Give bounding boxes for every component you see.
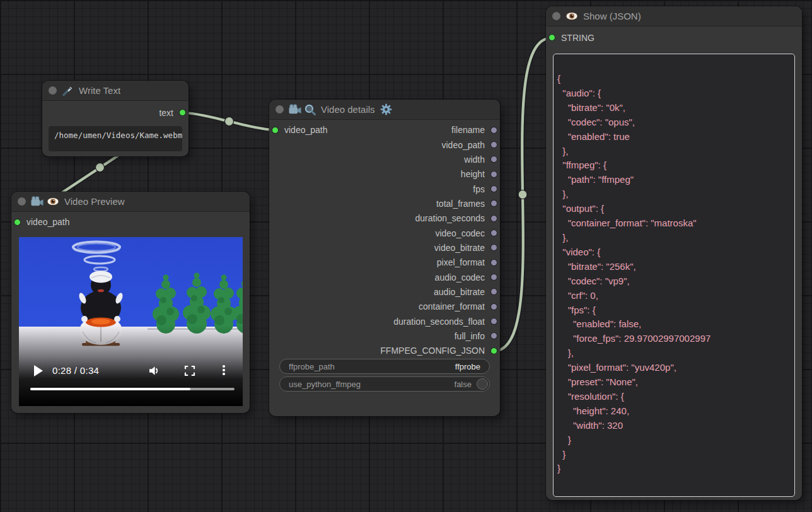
output-slot-height[interactable]: height xyxy=(269,167,497,182)
input-label: video_path xyxy=(26,217,70,227)
node-header[interactable]: Video Preview xyxy=(11,192,250,212)
node-header[interactable]: Show (JSON) xyxy=(546,6,802,26)
use-python-ffmpeg-toggle[interactable]: use_python_ffmpeg false xyxy=(279,376,490,392)
output-port[interactable] xyxy=(490,259,497,266)
output-port[interactable] xyxy=(490,303,497,310)
ffprobe-path-widget[interactable]: ffprobe_path ffprobe xyxy=(279,359,490,374)
output-port[interactable] xyxy=(490,230,497,236)
output-label: text xyxy=(159,108,173,118)
seek-bar[interactable] xyxy=(30,388,235,390)
input-slot-string[interactable]: STRING xyxy=(548,30,600,45)
output-port[interactable] xyxy=(490,288,497,295)
output-slot-filename[interactable]: filename xyxy=(269,123,497,137)
eye-icon xyxy=(566,11,578,21)
output-slot-container-format[interactable]: container_format xyxy=(269,300,497,314)
output-slot-list: filename video_path width height fps tot… xyxy=(269,123,497,359)
output-slot-width[interactable]: width xyxy=(269,152,497,166)
input-port-video-path[interactable] xyxy=(14,219,21,226)
collapse-dot[interactable] xyxy=(552,12,560,20)
output-port[interactable] xyxy=(490,318,497,325)
output-slot-video-codec[interactable]: video_codec xyxy=(269,226,497,240)
output-port[interactable] xyxy=(490,200,497,207)
video-controls-gradient xyxy=(19,237,243,406)
output-port[interactable] xyxy=(490,141,497,148)
node-video-preview[interactable]: Video Preview video_path xyxy=(11,192,250,413)
output-slot-audio-bitrate[interactable]: audio_bitrate xyxy=(269,284,497,299)
output-slot-full-info[interactable]: full_info xyxy=(269,329,497,343)
link-midpoint-dot[interactable] xyxy=(96,163,105,172)
output-port[interactable] xyxy=(490,274,497,281)
node-header[interactable]: Video details xyxy=(269,100,500,120)
movie-camera-icon xyxy=(31,196,44,207)
output-slot-pixel-format[interactable]: pixel_format xyxy=(269,255,497,270)
output-slot-audio-codec[interactable]: audio_codec xyxy=(269,270,497,284)
movie-camera-icon xyxy=(289,104,302,115)
node-show-json[interactable]: Show (JSON) STRING { "audio": { "bitrate… xyxy=(546,6,802,500)
output-slot-duration-seconds-float[interactable]: duration_seconds_float xyxy=(269,314,497,329)
text-value-input[interactable]: /home/umen/Videos/Kame.webm xyxy=(49,126,182,151)
output-slot-video-path[interactable]: video_path xyxy=(269,137,497,152)
json-display[interactable]: { "audio": { "bitrate": "0k", "codec": "… xyxy=(553,54,795,497)
time-display: 0:28 / 0:34 xyxy=(52,365,99,376)
eye-icon xyxy=(47,197,59,206)
input-label: STRING xyxy=(561,33,594,43)
seek-bar-fill xyxy=(30,388,190,390)
collapse-dot[interactable] xyxy=(18,197,26,206)
output-slot-total-frames[interactable]: total_frames xyxy=(269,196,497,211)
overflow-menu-button[interactable] xyxy=(223,365,225,375)
mute-button[interactable] xyxy=(148,364,160,380)
output-port[interactable] xyxy=(490,156,497,163)
output-slot-text[interactable]: text xyxy=(153,105,186,120)
node-title: Show (JSON) xyxy=(583,11,641,21)
node-title: Video Preview xyxy=(64,196,125,207)
magnifier-icon xyxy=(304,104,316,115)
output-slot-ffmpeg-config-json[interactable]: FFMPEG_CONFIG_JSON xyxy=(269,344,497,358)
collapse-dot[interactable] xyxy=(49,86,57,95)
gear-icon xyxy=(380,103,392,115)
output-port[interactable] xyxy=(490,171,497,178)
output-port[interactable] xyxy=(490,127,497,134)
input-slot-video-path[interactable]: video_path xyxy=(14,215,76,230)
fullscreen-button[interactable] xyxy=(184,365,195,379)
pen-icon xyxy=(62,84,74,96)
output-port-text[interactable] xyxy=(179,109,186,116)
input-port-string[interactable] xyxy=(548,34,555,41)
node-video-details[interactable]: Video details video_path filena xyxy=(269,100,500,416)
output-port[interactable] xyxy=(490,332,497,339)
link-midpoint-dot[interactable] xyxy=(518,190,527,199)
output-slot-duration-seconds[interactable]: duration_seconds xyxy=(269,211,497,226)
widget-list: ffprobe_path ffprobe use_python_ffmpeg f… xyxy=(279,359,490,394)
output-port[interactable] xyxy=(490,347,497,354)
play-button[interactable] xyxy=(34,365,43,376)
output-port[interactable] xyxy=(490,215,497,222)
node-graph-canvas[interactable]: Write Text text /home/umen/Videos/Kame.w… xyxy=(0,0,812,512)
node-title: Write Text xyxy=(79,85,120,96)
node-title: Video details xyxy=(321,104,375,115)
node-header[interactable]: Write Text xyxy=(42,81,188,101)
output-port[interactable] xyxy=(490,185,497,192)
node-write-text[interactable]: Write Text text /home/umen/Videos/Kame.w… xyxy=(42,81,188,156)
output-slot-video-bitrate[interactable]: video_bitrate xyxy=(269,240,497,255)
toggle-knob[interactable] xyxy=(477,378,488,390)
output-slot-fps[interactable]: fps xyxy=(269,182,497,196)
output-port[interactable] xyxy=(490,244,497,251)
link-midpoint-dot[interactable] xyxy=(225,117,234,126)
video-player[interactable]: 0:28 / 0:34 xyxy=(19,237,243,406)
collapse-dot[interactable] xyxy=(276,105,284,113)
